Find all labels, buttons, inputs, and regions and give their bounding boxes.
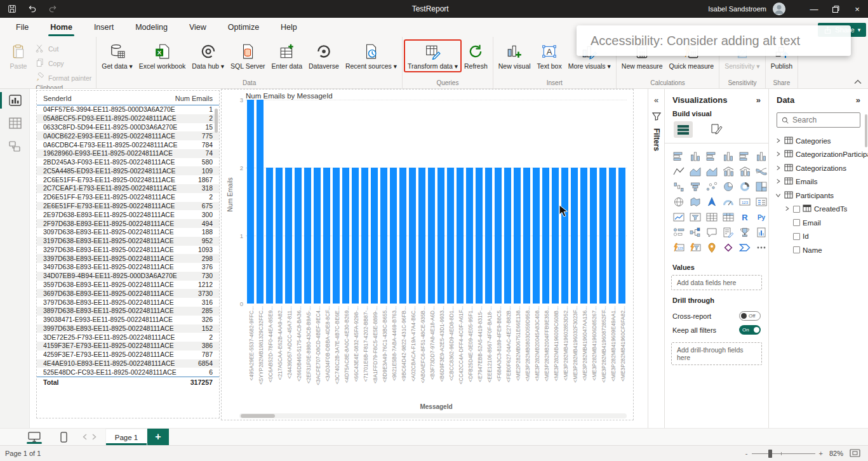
format-visual-tab[interactable] <box>707 121 726 138</box>
expand-icon[interactable] <box>783 205 791 213</box>
power-automate-icon[interactable] <box>737 240 752 255</box>
bar[interactable] <box>514 168 521 304</box>
table-row[interactable]: 2E6E51FF-E793-EE11-8925-002248111ACE675 <box>37 202 219 211</box>
restore-button[interactable] <box>825 0 846 18</box>
table-row[interactable]: 0A0CB622-E993-EE11-8925-002248111ACE775 <box>37 131 219 140</box>
bar[interactable] <box>323 168 330 304</box>
bar[interactable] <box>247 100 254 304</box>
table-row[interactable]: 4259F3E7-E793-EE11-8925-002248111ACE787 <box>37 351 219 359</box>
ai-slicer-icon[interactable] <box>688 240 703 255</box>
data-field-id[interactable]: Id <box>769 230 868 244</box>
table-row[interactable]: 4159F3E7-E793-EE11-8925-002248111ACE386 <box>37 342 219 351</box>
expand-icon[interactable] <box>774 150 782 158</box>
bar[interactable] <box>466 168 473 304</box>
user-avatar[interactable] <box>773 3 785 15</box>
table-row[interactable]: 2C6E51FF-E793-EE11-8925-002248111ACE1867 <box>37 175 219 184</box>
bar[interactable] <box>399 168 406 304</box>
bar[interactable] <box>361 168 368 304</box>
key-influencers-icon[interactable] <box>671 225 686 239</box>
stacked-column-chart-icon[interactable] <box>688 149 703 163</box>
bar[interactable] <box>552 168 559 304</box>
table-row[interactable]: 39038471-E993-EE11-8925-002248111ACE326 <box>37 316 219 324</box>
report-view-icon[interactable] <box>0 89 30 112</box>
table-row[interactable]: 2D6E51FF-E793-EE11-8925-002248111ACE2 <box>37 193 219 202</box>
data-table-participants[interactable]: Participants <box>769 189 868 203</box>
bar[interactable] <box>609 168 616 304</box>
bar[interactable] <box>409 168 416 304</box>
bar[interactable] <box>523 168 530 304</box>
table-column-numemails[interactable]: Num Emails <box>175 95 213 102</box>
table-row[interactable]: 4E4AE910-E893-EE11-8925-002248111ACE6854 <box>37 359 219 368</box>
excel-workbook-button[interactable]: XExcel workbook <box>136 40 189 72</box>
100-stacked-bar-chart-icon[interactable] <box>737 149 752 163</box>
table-row[interactable]: 3897D638-E893-EE11-8925-002248111ACE285 <box>37 307 219 316</box>
collapse-icon[interactable] <box>774 192 782 199</box>
table-row[interactable]: 3597D638-E893-EE11-8925-002248111ACE1212 <box>37 281 219 290</box>
bar[interactable] <box>314 168 321 304</box>
filters-pane-title[interactable]: Filters <box>652 128 661 151</box>
zoom-in-icon[interactable]: + <box>819 450 823 457</box>
chart-scrollbar[interactable] <box>239 413 627 418</box>
dataverse-button[interactable]: Dataverse <box>305 40 342 72</box>
clustered-bar-chart-icon[interactable] <box>704 149 719 163</box>
more-visuals-icon[interactable] <box>754 240 769 255</box>
donut-chart-icon[interactable] <box>737 179 752 194</box>
collapse-visualizations-icon[interactable]: » <box>756 95 761 105</box>
table-row[interactable]: 2BD245A3-F093-EE11-8925-002248111ACE580 <box>37 158 219 167</box>
chart-scrollbar-thumb[interactable] <box>241 414 275 418</box>
field-checkbox[interactable] <box>793 206 800 213</box>
table-column-senderid[interactable]: SenderId <box>43 95 72 102</box>
save-icon[interactable] <box>6 3 18 15</box>
sql-server-button[interactable]: SQL Server <box>227 40 268 72</box>
table-row[interactable]: 3097D638-E893-EE11-8925-002248111ACE188 <box>37 228 219 237</box>
table-row[interactable]: 3297D638-E893-EE11-8925-002248111ACE1093 <box>37 246 219 255</box>
close-button[interactable]: × <box>846 0 868 18</box>
bar-chart-visual[interactable]: Num Emails by MessageId Num Emails 0123 … <box>221 89 634 420</box>
new-visual-button[interactable]: New visual <box>495 40 534 72</box>
bar[interactable] <box>580 168 587 304</box>
kpi-icon[interactable] <box>671 210 686 224</box>
bar[interactable] <box>571 168 578 304</box>
ribbon-tab-insert[interactable]: Insert <box>83 18 124 37</box>
r-script-visual-icon[interactable]: R <box>737 210 752 224</box>
line-and-stacked-column-chart-icon[interactable] <box>721 164 736 178</box>
bar[interactable] <box>533 168 540 304</box>
table-row[interactable]: 04FF57E6-3994-EE11-8925-000D3A6A270E1 <box>37 105 219 114</box>
previous-page-icon[interactable] <box>83 431 87 443</box>
bar[interactable] <box>380 168 387 304</box>
bar[interactable] <box>295 168 302 304</box>
power-apps-icon[interactable] <box>721 240 736 255</box>
bar[interactable] <box>276 168 283 304</box>
bar[interactable] <box>371 168 378 304</box>
table-row[interactable]: 3397D638-E893-EE11-8925-002248111ACE298 <box>37 254 219 263</box>
table-row[interactable]: 2F97D638-E893-EE11-8925-002248111ACE494 <box>37 219 219 228</box>
ribbon-tab-optimize[interactable]: Optimize <box>217 18 270 37</box>
bar[interactable] <box>428 168 435 304</box>
field-checkbox[interactable] <box>793 219 800 226</box>
format-painter-button[interactable]: Format painter <box>32 72 94 84</box>
data-hub-button[interactable]: Data hub ▾ <box>189 40 227 72</box>
ribbon-chart-icon[interactable] <box>754 164 769 178</box>
ribbon-tab-help[interactable]: Help <box>270 18 308 37</box>
table-row[interactable]: 3197D638-E893-EE11-8925-002248111ACE952 <box>37 237 219 246</box>
arcgis-map-icon[interactable] <box>704 240 719 255</box>
data-table-categories[interactable]: Categories <box>769 134 868 148</box>
table-scrollbar[interactable] <box>215 109 218 133</box>
expand-filters-icon[interactable]: « <box>654 95 658 105</box>
treemap-icon[interactable] <box>754 179 769 194</box>
data-field-createdts[interactable]: CreatedTs <box>769 203 868 217</box>
bar[interactable] <box>561 168 568 304</box>
bar[interactable] <box>352 168 359 304</box>
page-tab[interactable]: Page 1 <box>105 429 147 445</box>
field-checkbox[interactable] <box>793 246 800 253</box>
drill-through-field-well[interactable]: Add drill-through fields here <box>671 342 762 365</box>
bar[interactable] <box>257 100 264 304</box>
field-checkbox[interactable] <box>793 233 800 240</box>
bar[interactable] <box>390 168 397 304</box>
undo-icon[interactable] <box>27 3 38 15</box>
bar[interactable] <box>342 168 349 304</box>
matrix-icon[interactable] <box>721 210 736 224</box>
bar[interactable] <box>447 168 454 304</box>
table-row[interactable]: 3697D638-E893-EE11-8925-002248111ACE3730 <box>37 289 219 298</box>
build-visual-tab[interactable] <box>674 121 693 138</box>
